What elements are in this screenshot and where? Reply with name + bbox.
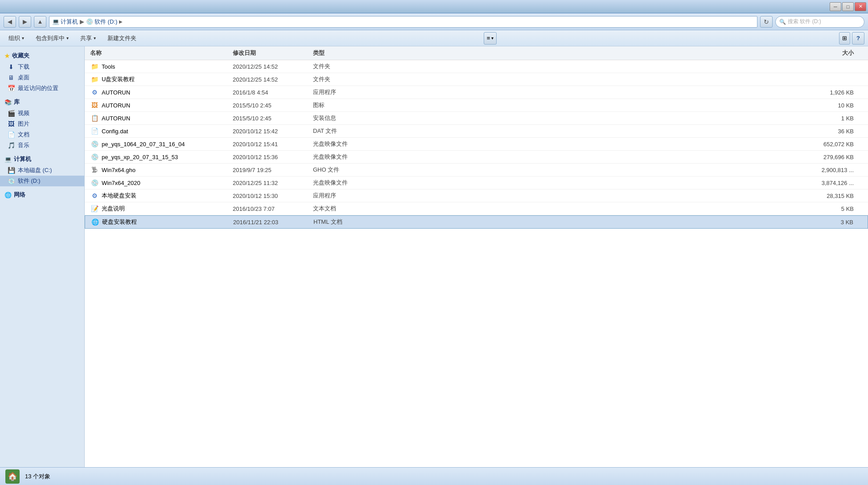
file-type: HTML 文档 [313, 218, 367, 226]
sidebar-item-music[interactable]: 🎵 音乐 [0, 140, 84, 151]
file-icon: 📄 [90, 127, 99, 136]
table-row[interactable]: 📝 光盘说明 2016/10/23 7:07 文本文档 5 KB [85, 202, 868, 215]
maximize-button[interactable]: □ [842, 2, 854, 11]
file-size: 10 KB [366, 102, 863, 109]
file-icon: ⚙ [90, 88, 99, 97]
file-name: Config.dat [102, 128, 128, 135]
sidebar-item-desktop[interactable]: 🖥 桌面 [0, 72, 84, 83]
recent-icon: 📅 [7, 84, 15, 92]
network-icon: 🌐 [4, 192, 12, 198]
organize-dropdown-arrow: ▾ [22, 36, 24, 41]
sidebar-section-library: 📚 库 🎬 视频 🖼 图片 📄 文档 🎵 音乐 [0, 96, 84, 151]
file-name: U盘安装教程 [102, 75, 135, 83]
share-label: 共享 [80, 34, 92, 42]
file-icon: 📋 [90, 114, 99, 123]
file-date: 2016/1/8 4:54 [233, 89, 313, 96]
table-row[interactable]: 📋 AUTORUN 2015/5/10 2:45 安装信息 1 KB [85, 112, 868, 125]
sidebar: ★ 收藏夹 ⬇ 下载 🖥 桌面 📅 最近访问的位置 📚 库 🎬 [0, 46, 85, 467]
file-icon: 📁 [90, 75, 99, 84]
file-date: 2020/12/25 14:52 [233, 76, 313, 83]
file-type: GHO 文件 [313, 166, 366, 174]
minimize-button[interactable]: ─ [830, 2, 841, 11]
file-type: 光盘映像文件 [313, 179, 366, 187]
file-size: 652,072 KB [366, 141, 863, 148]
star-icon: ★ [4, 53, 10, 59]
breadcrumb-bar[interactable]: 💻 计算机 ▶ 💿 软件 (D:) ▶ [49, 16, 757, 28]
include-library-button[interactable]: 包含到库中 ▾ [31, 32, 74, 45]
organize-button[interactable]: 组织 ▾ [4, 32, 29, 45]
view-dropdown-arrow: ▾ [491, 36, 494, 41]
sidebar-item-download[interactable]: ⬇ 下载 [0, 62, 84, 72]
share-button[interactable]: 共享 ▾ [75, 32, 101, 45]
table-row[interactable]: ⚙ 本地硬盘安装 2020/10/12 15:30 应用程序 28,315 KB [85, 189, 868, 202]
desktop-icon: 🖥 [7, 74, 15, 82]
table-row[interactable]: 🌐 硬盘安装教程 2016/11/21 22:03 HTML 文档 3 KB [85, 215, 868, 229]
drive-icon: 💿 [86, 18, 93, 25]
sidebar-item-video[interactable]: 🎬 视频 [0, 108, 84, 119]
table-row[interactable]: 📁 U盘安装教程 2020/12/25 14:52 文件夹 [85, 73, 868, 86]
file-name: 硬盘安装教程 [102, 218, 137, 226]
file-name-cell: 🖼 AUTORUN [90, 101, 233, 110]
sidebar-header-network[interactable]: 🌐 网络 [0, 189, 84, 201]
title-bar-controls: ─ □ ✕ [830, 2, 866, 11]
table-row[interactable]: 💿 pe_yqs_xp_20_07_31_15_53 2020/10/12 15… [85, 151, 868, 164]
layout-button[interactable]: ⊞ [839, 32, 850, 45]
file-date: 2020/10/12 15:36 [233, 154, 313, 160]
file-size: 1 KB [366, 115, 863, 122]
new-folder-button[interactable]: 新建文件夹 [103, 32, 141, 45]
file-header: 名称 修改日期 类型 大小 [85, 46, 868, 60]
breadcrumb-end-arrow: ▶ [119, 19, 123, 24]
file-size: 36 KB [366, 128, 863, 135]
help-button[interactable]: ? [852, 32, 864, 45]
back-button[interactable]: ◀ [4, 16, 16, 28]
breadcrumb-drive-label: 软件 (D:) [95, 18, 117, 26]
table-row[interactable]: ⚙ AUTORUN 2016/1/8 4:54 应用程序 1,926 KB [85, 86, 868, 99]
file-type: 文本文档 [313, 205, 366, 213]
sidebar-item-documents[interactable]: 📄 文档 [0, 129, 84, 140]
breadcrumb-drive[interactable]: 💿 软件 (D:) [86, 18, 117, 26]
column-header-size[interactable]: 大小 [366, 49, 863, 57]
file-name: Win7x64.gho [102, 167, 136, 173]
file-type: 图标 [313, 101, 366, 109]
sidebar-header-library[interactable]: 📚 库 [0, 96, 84, 108]
download-label: 下载 [18, 63, 29, 71]
column-header-type[interactable]: 类型 [313, 49, 366, 57]
search-box[interactable]: 🔍 搜索 软件 (D:) [775, 16, 864, 28]
status-bar: 🏠 13 个对象 [0, 467, 868, 485]
forward-button[interactable]: ▶ [19, 16, 31, 28]
file-name: AUTORUN [102, 102, 130, 109]
table-row[interactable]: 🖼 AUTORUN 2015/5/10 2:45 图标 10 KB [85, 99, 868, 112]
desktop-label: 桌面 [18, 74, 29, 82]
sidebar-item-recent[interactable]: 📅 最近访问的位置 [0, 83, 84, 94]
file-name-cell: 📄 Config.dat [90, 127, 233, 136]
file-type: DAT 文件 [313, 127, 366, 135]
column-header-name[interactable]: 名称 [90, 49, 233, 57]
recent-label: 最近访问的位置 [18, 85, 58, 92]
sidebar-item-local-c[interactable]: 💾 本地磁盘 (C:) [0, 165, 84, 176]
table-row[interactable]: 💿 Win7x64_2020 2020/12/25 11:32 光盘映像文件 3… [85, 177, 868, 189]
refresh-button[interactable]: ↻ [760, 16, 773, 28]
table-row[interactable]: 📄 Config.dat 2020/10/12 15:42 DAT 文件 36 … [85, 125, 868, 138]
sidebar-item-pictures[interactable]: 🖼 图片 [0, 119, 84, 129]
file-date: 2019/9/7 19:25 [233, 167, 313, 173]
video-label: 视频 [18, 110, 29, 117]
sidebar-header-computer[interactable]: 💻 计算机 [0, 153, 84, 165]
table-row[interactable]: 📁 Tools 2020/12/25 14:52 文件夹 [85, 60, 868, 73]
sidebar-item-software-d[interactable]: 💿 软件 (D:) [0, 176, 84, 186]
file-icon: 💿 [90, 152, 99, 161]
download-icon: ⬇ [7, 63, 15, 71]
col-date-label: 修改日期 [233, 49, 256, 56]
file-size: 28,315 KB [366, 193, 863, 199]
up-button[interactable]: ▲ [34, 16, 46, 28]
column-header-date[interactable]: 修改日期 [233, 49, 313, 57]
table-row[interactable]: 🗜 Win7x64.gho 2019/9/7 19:25 GHO 文件 2,90… [85, 164, 868, 177]
file-name: Win7x64_2020 [102, 180, 140, 186]
table-row[interactable]: 💿 pe_yqs_1064_20_07_31_16_04 2020/10/12 … [85, 138, 868, 151]
file-name-cell: 💿 Win7x64_2020 [90, 178, 233, 187]
breadcrumb-computer-label: 计算机 [61, 18, 78, 26]
view-button[interactable]: ≡ ▾ [484, 32, 497, 45]
sidebar-header-favorites[interactable]: ★ 收藏夹 [0, 50, 84, 62]
breadcrumb-computer[interactable]: 💻 计算机 [52, 18, 78, 26]
close-button[interactable]: ✕ [855, 2, 866, 11]
file-date: 2020/12/25 11:32 [233, 180, 313, 186]
